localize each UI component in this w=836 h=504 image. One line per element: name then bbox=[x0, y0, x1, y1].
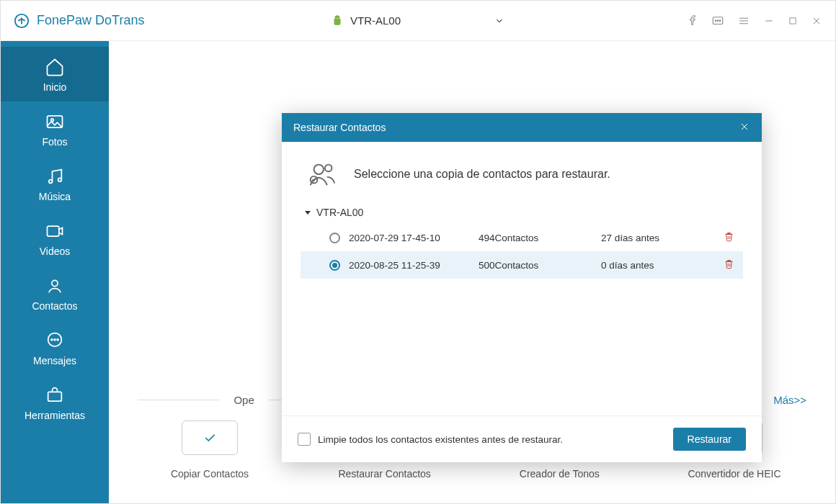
main-area: Ope Más>> Copiar Contactos Restaurar Con… bbox=[109, 41, 835, 503]
music-icon bbox=[45, 166, 65, 186]
svg-rect-10 bbox=[48, 226, 59, 236]
minimize-icon[interactable] bbox=[763, 15, 775, 27]
svg-point-14 bbox=[54, 339, 55, 341]
app-logo: FonePaw DoTrans bbox=[14, 13, 144, 29]
sidebar: Inicio Fotos Música Videos Contactos Men… bbox=[1, 41, 109, 503]
device-selector[interactable]: VTR-AL00 bbox=[324, 12, 512, 30]
sidebar-item-label: Mensajes bbox=[33, 355, 76, 366]
op-label: Convertidor de HEIC bbox=[688, 468, 781, 480]
more-link[interactable]: Más>> bbox=[773, 394, 806, 406]
restore-contacts-modal: Restaurar Contactos bbox=[282, 113, 762, 462]
sidebar-item-label: Música bbox=[39, 191, 71, 202]
sidebar-item-inicio[interactable]: Inicio bbox=[1, 47, 109, 102]
close-icon bbox=[739, 121, 750, 132]
feedback-icon[interactable] bbox=[711, 14, 724, 27]
tools-icon bbox=[45, 385, 65, 405]
op-label: Restaurar Contactos bbox=[338, 468, 430, 480]
contacts-restore-icon bbox=[306, 158, 339, 191]
sidebar-item-videos[interactable]: Videos bbox=[1, 211, 109, 266]
backup-row[interactable]: 2020-08-25 11-25-39 500Contactos 0 días … bbox=[301, 251, 743, 279]
backup-group-toggle[interactable]: VTR-AL00 bbox=[301, 207, 743, 218]
sidebar-item-label: Herramientas bbox=[25, 410, 85, 421]
modal-hero: Seleccione una copia de contactos para r… bbox=[301, 158, 743, 191]
modal-header: Restaurar Contactos bbox=[282, 113, 762, 142]
svg-point-9 bbox=[58, 178, 62, 181]
sidebar-item-herramientas[interactable]: Herramientas bbox=[1, 375, 109, 430]
messages-icon bbox=[45, 330, 65, 351]
backup-age: 27 días antes bbox=[601, 233, 724, 243]
triangle-down-icon bbox=[303, 208, 312, 217]
contacts-icon bbox=[45, 276, 65, 296]
sidebar-item-fotos[interactable]: Fotos bbox=[1, 102, 109, 156]
svg-point-11 bbox=[52, 280, 58, 286]
sidebar-item-label: Inicio bbox=[43, 81, 67, 93]
chevron-down-icon bbox=[494, 16, 504, 26]
svg-point-13 bbox=[51, 339, 53, 341]
check-icon bbox=[203, 431, 217, 445]
backup-timestamp: 2020-07-29 17-45-10 bbox=[349, 233, 479, 243]
titlebar: FonePaw DoTrans VTR-AL00 bbox=[1, 1, 835, 41]
sidebar-item-mensajes[interactable]: Mensajes bbox=[1, 320, 109, 375]
svg-rect-5 bbox=[790, 17, 796, 23]
op-copiar-contactos[interactable]: Copiar Contactos bbox=[145, 420, 275, 480]
backup-list: 2020-07-29 17-45-10 494Contactos 27 días… bbox=[301, 224, 743, 279]
maximize-icon[interactable] bbox=[788, 16, 798, 26]
sidebar-item-label: Fotos bbox=[42, 136, 67, 148]
delete-backup-button[interactable] bbox=[724, 258, 734, 271]
modal-instruction: Seleccione una copia de contactos para r… bbox=[354, 168, 610, 181]
modal-close-button[interactable] bbox=[739, 121, 750, 135]
backup-age: 0 días antes bbox=[601, 260, 724, 271]
android-icon bbox=[332, 15, 343, 27]
restore-button[interactable]: Restaurar bbox=[673, 428, 746, 451]
facebook-icon[interactable] bbox=[687, 15, 698, 27]
videos-icon bbox=[45, 221, 65, 241]
delete-backup-button[interactable] bbox=[724, 231, 734, 244]
svg-point-2 bbox=[715, 19, 716, 21]
radio-selected-icon[interactable] bbox=[329, 260, 340, 271]
wipe-checkbox-label: Limpie todos los contactos existentes an… bbox=[318, 434, 563, 445]
svg-point-8 bbox=[49, 180, 53, 184]
app-logo-icon bbox=[14, 13, 30, 29]
svg-point-4 bbox=[719, 19, 721, 21]
home-icon bbox=[45, 57, 65, 77]
trash-icon bbox=[724, 231, 734, 242]
sidebar-item-label: Videos bbox=[40, 246, 71, 257]
sidebar-item-contactos[interactable]: Contactos bbox=[1, 266, 109, 320]
divider bbox=[138, 400, 219, 400]
svg-point-17 bbox=[314, 165, 324, 174]
ops-heading: Ope bbox=[234, 394, 254, 406]
backup-timestamp: 2020-08-25 11-25-39 bbox=[349, 260, 479, 271]
photos-icon bbox=[45, 112, 65, 132]
backup-group-name: VTR-AL00 bbox=[316, 207, 363, 218]
modal-footer: Limpie todos los contactos existentes an… bbox=[282, 415, 762, 462]
sidebar-item-label: Contactos bbox=[32, 300, 77, 312]
svg-point-18 bbox=[325, 165, 332, 172]
menu-icon[interactable] bbox=[737, 14, 750, 27]
wipe-checkbox[interactable] bbox=[298, 433, 311, 446]
trash-icon bbox=[724, 258, 734, 269]
svg-rect-16 bbox=[48, 392, 62, 401]
svg-point-15 bbox=[57, 339, 58, 341]
backup-count: 500Contactos bbox=[479, 260, 601, 271]
backup-count: 494Contactos bbox=[479, 233, 601, 243]
modal-title: Restaurar Contactos bbox=[293, 122, 386, 133]
app-title: FonePaw DoTrans bbox=[37, 13, 144, 28]
svg-point-3 bbox=[717, 19, 719, 21]
device-name-label: VTR-AL00 bbox=[350, 14, 401, 27]
op-label: Copiar Contactos bbox=[171, 468, 249, 480]
sidebar-item-musica[interactable]: Música bbox=[1, 156, 109, 211]
backup-row[interactable]: 2020-07-29 17-45-10 494Contactos 27 días… bbox=[301, 224, 743, 251]
radio-unselected-icon[interactable] bbox=[329, 233, 340, 243]
op-label: Creador de Tonos bbox=[520, 468, 600, 480]
window-controls bbox=[687, 14, 822, 27]
close-icon[interactable] bbox=[811, 15, 822, 27]
